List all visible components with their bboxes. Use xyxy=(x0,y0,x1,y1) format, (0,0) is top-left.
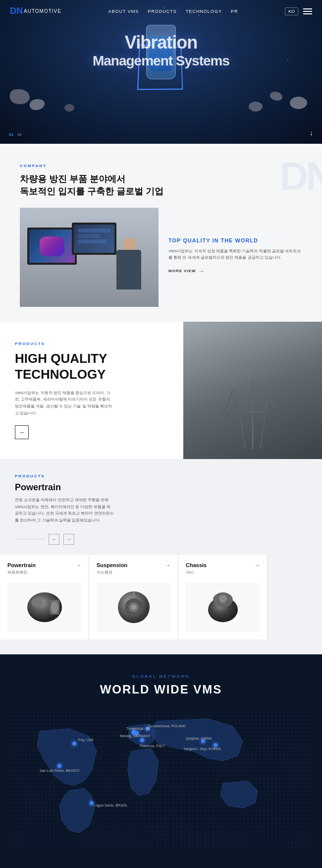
suspension-part-svg xyxy=(111,585,156,630)
carousel-item-powertrain[interactable]: Powertrain 파워트레인 → xyxy=(0,555,89,639)
carousel-item-suspension-arrow: → xyxy=(165,562,170,568)
chassis-part-svg xyxy=(201,585,245,630)
company-right: TOP QUALITY IN THE WORLD VMS사업부는 지속적 성장 … xyxy=(168,208,302,274)
person-body xyxy=(116,250,141,289)
powertrain-desc: 큰동 소크로을 자체에서 반런하고 계약된 주행을 위해 VMS사업부는 엔진,… xyxy=(15,497,114,523)
quality-text: VMS사업부는 지속적 성장 제품을 특화한 기술력과 탁월한 글로벌 네트워크… xyxy=(168,248,302,261)
powertrain-tag: PRODUCTS xyxy=(15,474,307,478)
powertrain-part-svg xyxy=(22,585,67,630)
svg-text:Mandig, GERMANY: Mandig, GERMANY xyxy=(120,734,151,738)
svg-line-5 xyxy=(263,390,272,412)
company-content: TOP QUALITY IN THE WORLD VMS사업부는 지속적 성장 … xyxy=(20,208,302,307)
monitor-desk xyxy=(20,208,159,307)
svg-point-33 xyxy=(70,740,78,748)
carousel-item-chassis-image xyxy=(186,582,260,632)
scroll-down-arrow[interactable]: ↓ xyxy=(310,129,313,137)
header-right: KO xyxy=(285,7,312,15)
world-title: WORLD WIDE VMS xyxy=(10,683,312,696)
carousel-header-left: PRODUCTS Powertrain 큰동 소크로을 자체에서 반런하고 계약… xyxy=(15,474,307,544)
person-head xyxy=(122,237,136,251)
world-section: GLOBAL NETWORK WORLD WIDE VMS xyxy=(0,654,322,868)
products-main-title: HIGH QUALITY TECHNOLOGY xyxy=(15,351,168,382)
hero-section: Vibration Management Systems 01 02 ↓ DN … xyxy=(0,0,322,144)
monitor-1 xyxy=(27,228,77,265)
svg-point-11 xyxy=(51,601,58,613)
products-desc: VMS사업부는 자동차 방진 제품을 중심으로 드라이, 가전, 고무제품부, … xyxy=(15,390,114,416)
monitor-2-screen xyxy=(74,225,114,253)
site-header: DN AUTOMOTIVE ABOUT VMS PRODUCTS TECHNOL… xyxy=(0,0,322,22)
carousel-item-chassis-title: Chassis xyxy=(186,562,260,568)
nav-technology[interactable]: TECHNOLOGY xyxy=(186,9,222,14)
svg-text:Czestochowa, POLAND: Czestochowa, POLAND xyxy=(149,724,186,728)
world-map: Trowbridge, UK Czestochowa, POLAND Piace… xyxy=(10,711,312,850)
more-view-label: MORE VIEW xyxy=(168,269,196,273)
svg-text:Trowbridge, UK: Trowbridge, UK xyxy=(126,727,151,731)
nav-about-vms[interactable]: ABOUT VMS xyxy=(108,9,139,14)
products-left: PRODUCTS HIGH QUALITY TECHNOLOGY VMS사업부는… xyxy=(0,322,183,459)
logo[interactable]: DN AUTOMOTIVE xyxy=(10,6,61,16)
hero-title: Vibration Management Systems xyxy=(0,32,322,69)
rock-decoration xyxy=(64,104,74,112)
svg-line-4 xyxy=(233,390,243,412)
carousel-item-suspension-subtitle: 서스펜션 xyxy=(97,570,170,575)
next-arrow[interactable]: → xyxy=(63,534,74,545)
svg-text:Piacenza, ITALY: Piacenza, ITALY xyxy=(140,744,165,748)
hero-title-line2: Management Systems xyxy=(0,53,322,69)
logo-automotive: AUTOMOTIVE xyxy=(24,8,61,14)
carousel-header: PRODUCTS Powertrain 큰동 소크로을 자체에서 반런하고 계약… xyxy=(0,474,322,554)
world-map-svg: Trowbridge, UK Czestochowa, POLAND Piace… xyxy=(10,711,312,850)
svg-point-19 xyxy=(219,595,227,603)
products-arrow-button[interactable]: → xyxy=(15,425,29,439)
carousel-navigation: ← → xyxy=(15,534,307,545)
slide-indicator-2[interactable]: 02 xyxy=(17,132,22,137)
hero-indicators: 01 02 xyxy=(9,132,22,137)
more-view-link[interactable]: MORE VIEW → xyxy=(168,268,302,274)
company-title-line1: 차량용 방진 부품 분야에서 xyxy=(20,174,125,184)
products-tag: PRODUCTS xyxy=(15,342,168,346)
company-title-line2: 독보적인 입지를 구축한 글로벌 기업 xyxy=(20,186,163,196)
carousel-items: Powertrain 파워트레인 → xyxy=(0,555,322,639)
rock-decoration xyxy=(249,102,263,112)
carousel-section: PRODUCTS Powertrain 큰동 소크로을 자체에서 반런하고 계약… xyxy=(0,459,322,654)
svg-point-15 xyxy=(131,605,136,610)
products-title-line2: TECHNOLOGY xyxy=(15,367,106,382)
more-view-arrow: → xyxy=(199,268,205,274)
products-title-line1: HIGH QUALITY xyxy=(15,351,107,366)
nav-pr[interactable]: PR xyxy=(231,9,238,14)
svg-text:Troy, USA: Troy, USA xyxy=(78,738,94,742)
prev-arrow[interactable]: ← xyxy=(49,534,59,545)
language-button[interactable]: KO xyxy=(285,7,298,15)
world-tag: GLOBAL NETWORK xyxy=(10,674,312,679)
carousel-item-powertrain-subtitle: 파워트레인 xyxy=(7,570,81,575)
person-silhouette xyxy=(109,237,144,307)
svg-text:San Luis Potosi, MEXICO: San Luis Potosi, MEXICO xyxy=(40,769,80,772)
carousel-item-suspension-title: Suspension xyxy=(97,562,170,568)
company-tag: COMPANY xyxy=(20,164,302,168)
carousel-item-chassis-subtitle: 샤시 xyxy=(186,570,260,575)
carousel-item-chassis[interactable]: Chassis 샤시 → xyxy=(178,555,268,639)
products-section: PRODUCTS HIGH QUALITY TECHNOLOGY VMS사업부는… xyxy=(0,322,322,459)
rock-decoration xyxy=(10,89,30,104)
rock-decoration xyxy=(290,97,307,109)
svg-text:Qingdao, CHINA: Qingdao, CHINA xyxy=(186,737,212,741)
svg-text:Yangsan / Jinju, KOREA: Yangsan / Jinju, KOREA xyxy=(183,747,221,751)
monitor-1-screen xyxy=(29,230,75,263)
hamburger-menu[interactable] xyxy=(303,8,312,14)
slide-indicator-1[interactable]: 01 xyxy=(9,132,13,137)
svg-point-9 xyxy=(31,597,43,607)
products-right-image xyxy=(183,322,322,459)
carousel-item-suspension-image xyxy=(97,582,170,632)
products-bg-image xyxy=(183,322,322,459)
nav-products[interactable]: PRODUCTS xyxy=(148,9,177,14)
company-title: 차량용 방진 부품 분야에서 독보적인 입지를 구축한 글로벌 기업 xyxy=(20,173,302,198)
carousel-item-chassis-arrow: → xyxy=(255,562,260,568)
carousel-item-suspension[interactable]: Suspension 서스펜션 → xyxy=(89,555,178,639)
main-nav: ABOUT VMS PRODUCTS TECHNOLOGY PR xyxy=(108,9,238,14)
carousel-item-powertrain-title: Powertrain xyxy=(7,562,81,568)
carousel-item-powertrain-image xyxy=(7,582,81,632)
logo-dn: DN xyxy=(10,6,23,16)
svg-text:Lagos Santo, BRAZIL: Lagos Santo, BRAZIL xyxy=(94,804,128,808)
carousel-item-powertrain-arrow: → xyxy=(76,562,81,568)
tower-svg xyxy=(223,375,282,449)
hero-title-line1: Vibration xyxy=(0,32,322,53)
